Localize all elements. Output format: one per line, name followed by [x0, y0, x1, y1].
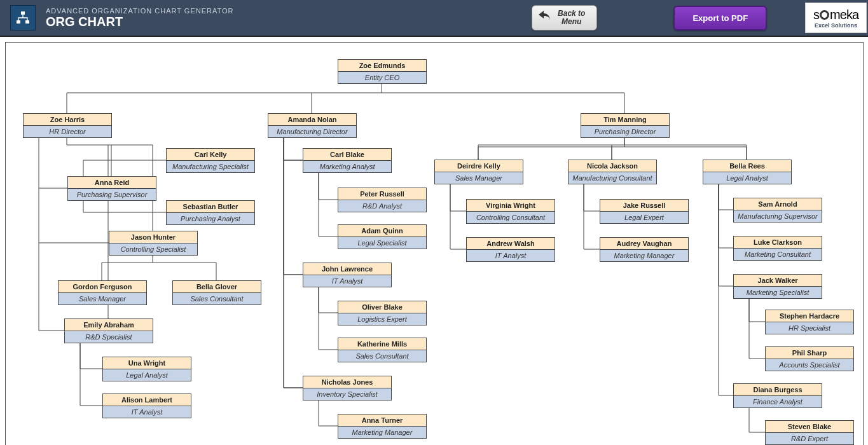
back-label-1: Back to: [558, 9, 585, 18]
org-node[interactable]: Deirdre KellySales Manager: [434, 160, 523, 184]
org-node[interactable]: Luke ClarksonMarketing Consultant: [733, 236, 822, 261]
node-role: Manufacturing Director: [268, 126, 356, 137]
org-node[interactable]: Peter RussellR&D Analyst: [338, 188, 427, 212]
node-role: Purchasing Analyst: [167, 213, 254, 224]
org-node[interactable]: Steven BlakeR&D Expert: [765, 420, 854, 445]
node-name: Jason Hunter: [109, 231, 197, 243]
node-role: IT Analyst: [303, 275, 391, 287]
org-node[interactable]: Anna TurnerMarketing Manager: [338, 414, 427, 439]
node-name: Luke Clarkson: [734, 236, 822, 249]
app-logo-icon: [10, 5, 36, 31]
node-role: Legal Expert: [600, 212, 688, 223]
node-role: Sales Consultant: [173, 293, 261, 305]
node-role: Purchasing Director: [581, 126, 669, 137]
org-node[interactable]: Adam QuinnLegal Specialist: [338, 224, 427, 249]
org-node[interactable]: Diana BurgessFinance Analyst: [733, 383, 822, 408]
org-node[interactable]: Virginia WrightControlling Consultant: [466, 199, 555, 224]
node-role: Controlling Consultant: [467, 212, 555, 223]
brand-tagline: Excel Solutions: [815, 22, 857, 29]
node-name: Diana Burgess: [734, 384, 822, 396]
node-name: Jake Russell: [600, 200, 688, 212]
node-role: Manufacturing Supervisor: [734, 210, 822, 222]
export-label: Export to PDF: [692, 13, 748, 23]
node-name: John Lawrence: [303, 263, 391, 275]
org-node[interactable]: Carl BlakeMarketing Analyst: [303, 148, 392, 173]
node-name: Sebastian Butler: [167, 201, 254, 213]
org-node[interactable]: Nicholas JonesInventory Specialist: [303, 376, 392, 400]
node-name: Anna Turner: [338, 414, 426, 427]
node-name: Virginia Wright: [467, 200, 555, 212]
brand-badge: smeka Excel Solutions: [805, 3, 867, 33]
org-node[interactable]: Carl KellyManufacturing Specialist: [166, 148, 255, 173]
node-name: Una Wright: [103, 357, 191, 369]
node-role: Controlling Specialist: [109, 243, 197, 255]
back-to-menu-button[interactable]: Back to Menu: [532, 5, 597, 31]
export-pdf-button[interactable]: Export to PDF: [673, 6, 767, 31]
org-node[interactable]: Emily AbrahamR&D Specialist: [64, 318, 153, 343]
node-name: Stephen Hardacre: [766, 310, 853, 322]
chart-container: Zoe EdmundsEntity CEOZoe HarrisHR Direct…: [5, 42, 864, 445]
header-subtitle: ADVANCED ORGANIZATION CHART GENERATOR: [46, 7, 234, 15]
org-node[interactable]: Jason HunterControlling Specialist: [109, 231, 198, 256]
node-role: R&D Expert: [766, 433, 853, 444]
org-node[interactable]: Andrew WalshIT Analyst: [466, 237, 555, 262]
node-role: Legal Specialist: [338, 237, 426, 249]
node-name: Adam Quinn: [338, 225, 426, 237]
node-name: Gordon Ferguson: [59, 281, 146, 293]
header-title: ORG CHART: [46, 15, 234, 29]
org-node[interactable]: Sam ArnoldManufacturing Supervisor: [733, 198, 822, 222]
node-name: Oliver Blake: [338, 301, 426, 313]
brand-name: smeka: [813, 8, 858, 22]
node-role: Entity CEO: [338, 72, 426, 83]
node-name: Carl Kelly: [167, 149, 254, 161]
node-role: Sales Manager: [435, 172, 523, 184]
node-name: Bella Glover: [173, 281, 261, 293]
org-node[interactable]: Zoe EdmundsEntity CEO: [338, 59, 427, 84]
org-node[interactable]: Una WrightLegal Analyst: [102, 357, 191, 381]
node-name: Katherine Mills: [338, 338, 426, 350]
node-name: Audrey Vaughan: [600, 238, 688, 250]
org-node[interactable]: Tim ManningPurchasing Director: [581, 113, 670, 138]
app-header: ADVANCED ORGANIZATION CHART GENERATOR OR…: [0, 0, 868, 37]
node-name: Tim Manning: [581, 114, 669, 126]
org-node[interactable]: Jack WalkerMarketing Specialist: [733, 274, 822, 299]
node-name: Andrew Walsh: [467, 238, 555, 250]
node-role: Sales Consultant: [338, 350, 426, 362]
node-role: IT Analyst: [103, 406, 191, 418]
org-node[interactable]: Amanda NolanManufacturing Director: [268, 113, 357, 138]
org-node[interactable]: Bella ReesLegal Analyst: [703, 160, 792, 184]
org-node[interactable]: Alison LambertIT Analyst: [102, 394, 191, 418]
org-node[interactable]: John LawrenceIT Analyst: [303, 263, 392, 287]
org-node[interactable]: Zoe HarrisHR Director: [23, 113, 112, 138]
header-titles: ADVANCED ORGANIZATION CHART GENERATOR OR…: [46, 7, 234, 29]
org-node[interactable]: Sebastian ButlerPurchasing Analyst: [166, 200, 255, 225]
org-node[interactable]: Oliver BlakeLogistics Expert: [338, 301, 427, 325]
org-node[interactable]: Phil SharpAccounts Specialist: [765, 346, 854, 371]
org-node[interactable]: Katherine MillsSales Consultant: [338, 338, 427, 362]
org-node[interactable]: Bella GloverSales Consultant: [172, 280, 261, 305]
node-name: Anna Reid: [68, 177, 156, 189]
back-arrow-icon: [537, 10, 553, 22]
node-role: R&D Specialist: [65, 331, 153, 343]
org-node[interactable]: Nicola JacksonManufacturing Consultant: [568, 160, 657, 184]
org-node[interactable]: Stephen HardacreHR Specialist: [765, 310, 854, 334]
node-role: Logistics Expert: [338, 313, 426, 325]
node-role: Legal Analyst: [103, 369, 191, 381]
org-node[interactable]: Audrey VaughanMarketing Manager: [600, 237, 689, 262]
node-role: Marketing Specialist: [734, 287, 822, 298]
node-role: R&D Analyst: [338, 200, 426, 212]
node-name: Emily Abraham: [65, 319, 153, 331]
node-role: Marketing Consultant: [734, 249, 822, 260]
node-role: Manufacturing Consultant: [568, 172, 656, 184]
node-name: Alison Lambert: [103, 394, 191, 406]
node-name: Jack Walker: [734, 275, 822, 287]
node-role: Marketing Analyst: [303, 161, 391, 172]
node-name: Zoe Harris: [24, 114, 111, 126]
node-role: Purchasing Supervisor: [68, 189, 156, 200]
node-role: Finance Analyst: [734, 396, 822, 407]
back-label-2: Menu: [561, 17, 581, 26]
org-node[interactable]: Jake RussellLegal Expert: [600, 199, 689, 224]
org-node[interactable]: Anna ReidPurchasing Supervisor: [67, 176, 156, 201]
node-name: Nicola Jackson: [568, 160, 656, 172]
org-node[interactable]: Gordon FergusonSales Manager: [58, 280, 147, 305]
